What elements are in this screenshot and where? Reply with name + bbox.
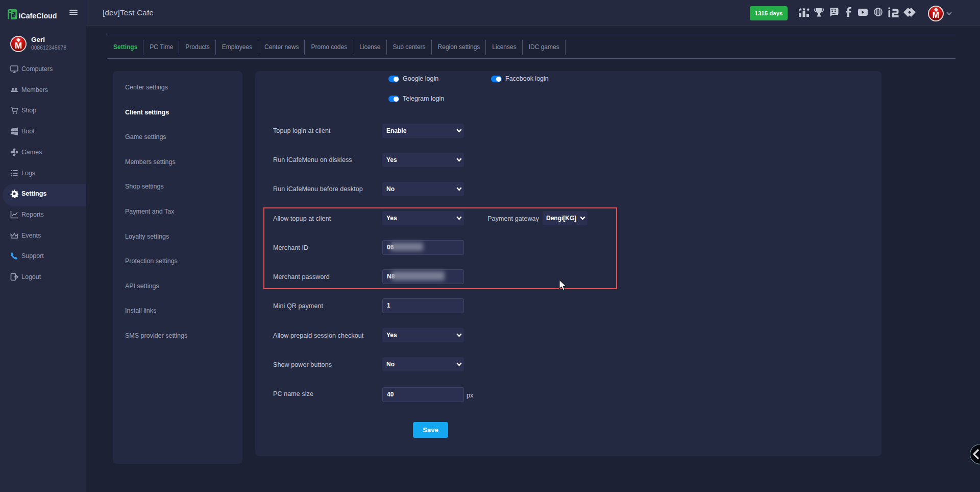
svg-text:iCafeCloud: iCafeCloud: [19, 12, 57, 20]
